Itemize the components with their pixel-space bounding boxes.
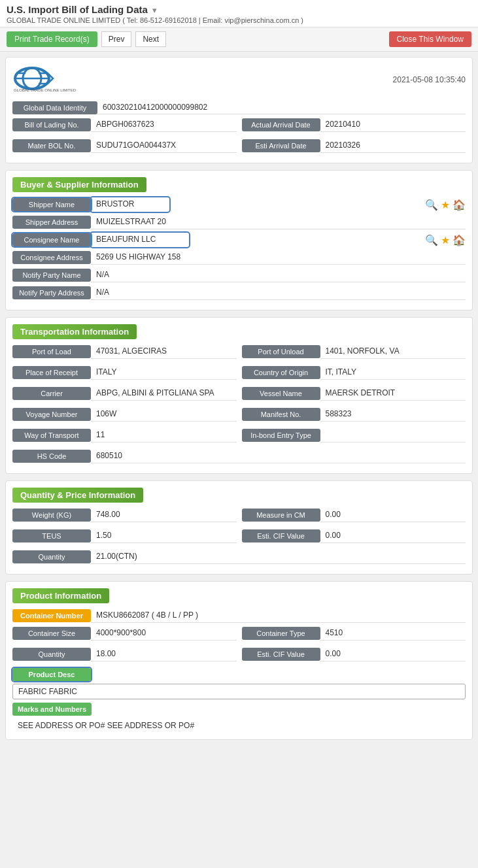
teus-row: TEUS 1.50 Esti. CIF Value 0.00: [12, 529, 466, 546]
container-number-label: Container Number: [12, 609, 91, 622]
mater-bol-row: Mater BOL No. SUDU71GOA004437X Esti Arri…: [12, 139, 466, 156]
way-transport-label: Way of Transport: [12, 429, 91, 442]
container-number-row: Container Number MSKU8662087 ( 4B / L / …: [12, 609, 466, 623]
product-info-card: Product Information Container Number MSK…: [5, 581, 473, 740]
carrier-row: Carrier ABPG, ALBINI & PITGLIANA SPA Ves…: [12, 386, 466, 404]
vessel-half: Vessel Name MAERSK DETROIT: [242, 386, 466, 404]
esti-cif-value: 0.00: [320, 529, 466, 543]
mater-bol-value: SUDU71GOA004437X: [91, 139, 237, 153]
weight-half: Weight (KG) 748.00: [12, 508, 237, 526]
country-origin-half: Country of Origin IT, ITALY: [242, 365, 466, 383]
product-quantity-value: 18.00: [91, 647, 237, 661]
consignee-search-icon[interactable]: 🔍: [425, 234, 438, 246]
prev-button[interactable]: Prev: [101, 31, 132, 47]
carrier-half: Carrier ABPG, ALBINI & PITGLIANA SPA: [12, 386, 237, 404]
weight-value: 748.00: [91, 508, 237, 522]
next-button[interactable]: Next: [135, 31, 166, 47]
notify-party-address-value: N/A: [91, 286, 466, 300]
port-unload-label: Port of Unload: [242, 345, 320, 358]
logo: GLOBAL TRADE ONLINE LIMITED: [12, 64, 84, 95]
product-desc-label: Product Desc: [12, 668, 91, 681]
shipper-name-label: Shipper Name: [12, 198, 91, 211]
hs-code-value: 680510: [91, 449, 466, 463]
product-desc-section: Product Desc: [12, 668, 466, 681]
teus-half: TEUS 1.50: [12, 529, 237, 546]
measure-value: 0.00: [320, 508, 466, 522]
product-esti-cif-field: Esti. CIF Value 0.00: [242, 647, 466, 661]
notify-party-name-value: N/A: [91, 268, 466, 282]
in-bond-label: In-bond Entry Type: [242, 429, 320, 442]
product-esti-cif-label: Esti. CIF Value: [242, 648, 320, 661]
port-row: Port of Load 47031, ALGECIRAS Port of Un…: [12, 344, 466, 362]
actual-arrival-value: 20210410: [320, 118, 466, 132]
container-type-label: Container Type: [242, 627, 320, 640]
in-bond-field: In-bond Entry Type: [242, 428, 466, 442]
port-unload-half: Port of Unload 1401, NORFOLK, VA: [242, 344, 466, 362]
port-load-value: 47031, ALGECIRAS: [91, 344, 237, 359]
product-quantity-field: Quantity 18.00: [12, 647, 237, 661]
container-type-field: Container Type 4510: [242, 626, 466, 641]
place-receipt-field: Place of Receipt ITALY: [12, 365, 237, 380]
container-size-label: Container Size: [12, 627, 91, 640]
quantity-price-header: Quantity & Price Information: [12, 488, 143, 503]
bol-row: Bill of Lading No. ABPGH0637623 Actual A…: [12, 118, 466, 135]
manifest-label: Manifest No.: [242, 408, 320, 421]
weight-label: Weight (KG): [12, 509, 91, 522]
esti-arrival-label: Esti Arrival Date: [242, 139, 320, 152]
content-area: GLOBAL TRADE ONLINE LIMITED 2021-05-08 1…: [0, 52, 478, 752]
product-esti-cif-half: Esti. CIF Value 0.00: [242, 647, 466, 665]
quantity-row: Quantity 21.00(CTN): [12, 550, 466, 564]
way-transport-field: Way of Transport 11: [12, 428, 237, 442]
container-number-value: MSKU8662087 ( 4B / L / PP ): [91, 609, 466, 623]
mater-bol-label: Mater BOL No.: [12, 139, 91, 152]
manifest-value: 588323: [320, 407, 466, 422]
country-origin-label: Country of Origin: [242, 366, 320, 379]
shipper-star-icon[interactable]: ★: [441, 199, 450, 211]
receipt-row: Place of Receipt ITALY Country of Origin…: [12, 365, 466, 383]
esti-cif-field: Esti. CIF Value 0.00: [242, 529, 466, 543]
consignee-home-icon[interactable]: 🏠: [452, 234, 466, 246]
carrier-label: Carrier: [12, 387, 91, 400]
vessel-value: MAERSK DETROIT: [320, 386, 466, 401]
shipper-home-icon[interactable]: 🏠: [452, 199, 466, 211]
marks-and-numbers-value: SEE ADDRESS OR PO# SEE ADDRESS OR PO#: [12, 718, 466, 733]
voyage-label: Voyage Number: [12, 408, 91, 421]
company-info: GLOBAL TRADE ONLINE LIMITED ( Tel: 86-51…: [7, 16, 471, 24]
manifest-half: Manifest No. 588323: [242, 407, 466, 425]
shipper-address-value: MUIZELSTRAAT 20: [91, 215, 466, 229]
dropdown-arrow[interactable]: ▾: [152, 5, 157, 15]
bol-half: Bill of Lading No. ABPGH0637623: [12, 118, 237, 135]
actual-arrival-field: Actual Arrival Date 20210410: [242, 118, 466, 132]
teus-field: TEUS 1.50: [12, 529, 237, 543]
shipper-search-icon[interactable]: 🔍: [425, 199, 438, 211]
hs-code-row: HS Code 680510: [12, 449, 466, 463]
measure-field: Measure in CM 0.00: [242, 508, 466, 522]
way-transport-row: Way of Transport 11 In-bond Entry Type: [12, 428, 466, 446]
mater-bol-half: Mater BOL No. SUDU71GOA004437X: [12, 139, 237, 156]
bol-label: Bill of Lading No.: [12, 118, 91, 131]
print-button[interactable]: Print Trade Record(s): [7, 31, 97, 47]
carrier-field: Carrier ABPG, ALBINI & PITGLIANA SPA: [12, 386, 237, 401]
way-transport-value: 11: [91, 428, 237, 442]
product-info-header: Product Information: [12, 588, 109, 603]
actual-arrival-label: Actual Arrival Date: [242, 118, 320, 131]
shipper-icons: 🔍 ★ 🏠: [425, 199, 466, 211]
consignee-address-label: Consignee Address: [12, 251, 91, 264]
esti-arrival-half: Esti Arrival Date 20210326: [242, 139, 466, 156]
port-unload-field: Port of Unload 1401, NORFOLK, VA: [242, 344, 466, 359]
container-size-field: Container Size 4000*900*800: [12, 626, 237, 641]
quantity-label: Quantity: [12, 550, 91, 563]
esti-cif-half: Esti. CIF Value 0.00: [242, 529, 466, 546]
in-bond-value: [320, 428, 466, 442]
consignee-address-value: 5269 US HIGHWAY 158: [91, 250, 466, 265]
measure-label: Measure in CM: [242, 509, 320, 522]
product-quantity-label: Quantity: [12, 648, 91, 661]
consignee-star-icon[interactable]: ★: [441, 234, 450, 246]
port-load-label: Port of Load: [12, 345, 91, 358]
consignee-address-row: Consignee Address 5269 US HIGHWAY 158: [12, 250, 466, 265]
close-button[interactable]: Close This Window: [389, 31, 471, 47]
product-quantity-half: Quantity 18.00: [12, 647, 237, 665]
place-receipt-value: ITALY: [91, 365, 237, 380]
port-unload-value: 1401, NORFOLK, VA: [320, 344, 466, 359]
container-size-value: 4000*900*800: [91, 626, 237, 641]
